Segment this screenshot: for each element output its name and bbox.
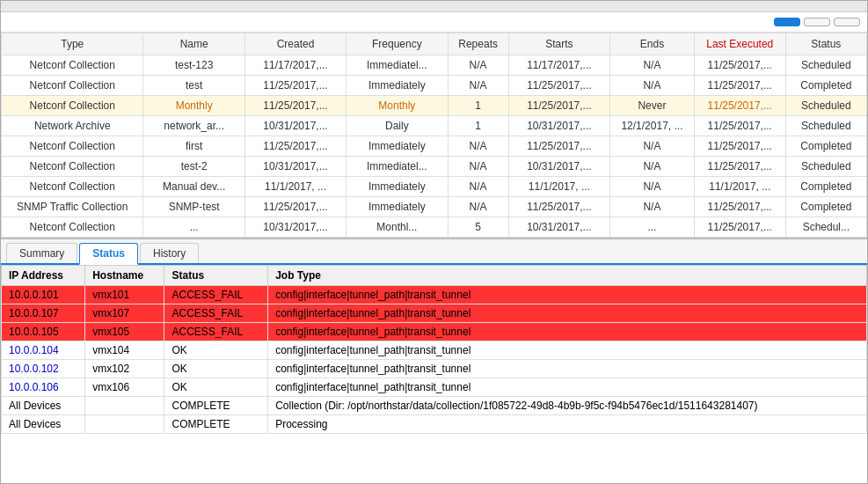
table-cell: Netconf Collection: [2, 76, 143, 96]
tab-history[interactable]: History: [140, 243, 199, 263]
table-cell: 10/31/2017,...: [508, 217, 609, 238]
table-row[interactable]: Network Archivenetwork_ar...10/31/2017,.…: [2, 116, 867, 136]
task-table-container: Type Name Created Frequency Repeats Star…: [1, 33, 867, 239]
status-cell: OK: [164, 341, 268, 360]
table-cell: 11/25/2017,...: [508, 76, 609, 96]
table-cell: N/A: [610, 55, 695, 76]
table-cell: first: [143, 136, 244, 157]
table-cell: Immediatel...: [346, 157, 448, 177]
status-cell: 10.0.0.107: [2, 304, 85, 323]
table-cell: Netconf Collection: [2, 55, 143, 76]
table-cell: 11/25/2017,...: [508, 136, 609, 157]
toolbar: [1, 12, 867, 33]
status-cell: vmx102: [85, 360, 164, 378]
status-cell: vmx104: [85, 341, 164, 360]
table-cell: ...: [143, 217, 244, 238]
table-row[interactable]: Netconf CollectionManual dev...11/1/2017…: [2, 177, 867, 197]
status-cell: config|interface|tunnel_path|transit_tun…: [268, 286, 867, 304]
status-cell: COMPLETE: [164, 397, 268, 415]
table-cell: 11/25/2017,...: [694, 96, 785, 116]
col-header-last-executed: Last Executed: [694, 33, 785, 55]
add-button[interactable]: [774, 18, 800, 26]
status-cell: Processing: [268, 415, 867, 434]
table-cell: N/A: [610, 136, 695, 157]
table-cell: Schedul...: [785, 217, 866, 238]
status-cell: 10.0.0.102: [2, 360, 85, 378]
status-row: 10.0.0.105vmx105ACCESS_FAILconfig|interf…: [2, 323, 867, 341]
table-row[interactable]: Netconf Collection...10/31/2017,...Month…: [2, 217, 867, 238]
table-cell: 11/25/2017,...: [244, 96, 346, 116]
table-cell: Netconf Collection: [2, 96, 143, 116]
task-table: Type Name Created Frequency Repeats Star…: [1, 33, 867, 238]
table-cell: 11/25/2017,...: [244, 76, 346, 96]
col-header-created: Created: [244, 33, 346, 55]
table-cell: Netconf Collection: [2, 157, 143, 177]
table-cell: Completed: [785, 136, 866, 157]
status-table-container: IP AddressHostnameStatusJob Type 10.0.0.…: [1, 265, 867, 483]
status-table: IP AddressHostnameStatusJob Type 10.0.0.…: [1, 265, 867, 434]
table-cell: 10/31/2017,...: [508, 157, 609, 177]
table-cell: Immediatel...: [346, 55, 448, 76]
status-cell: ACCESS_FAIL: [164, 323, 268, 341]
status-row: 10.0.0.106vmx106OKconfig|interface|tunne…: [2, 378, 867, 397]
status-row: 10.0.0.101vmx101ACCESS_FAILconfig|interf…: [2, 286, 867, 304]
status-cell: [85, 397, 164, 415]
status-cell: [85, 415, 164, 434]
table-cell: Completed: [785, 177, 866, 197]
table-cell: 1: [448, 116, 508, 136]
table-row[interactable]: Netconf Collectionfirst11/25/2017,...Imm…: [2, 136, 867, 157]
modify-button[interactable]: [804, 18, 830, 26]
table-cell: 11/25/2017,...: [244, 197, 346, 217]
status-cell: vmx107: [85, 304, 164, 323]
status-row: All DevicesCOMPLETECollection (Dir: /opt…: [2, 397, 867, 415]
table-cell: Monthly: [143, 96, 244, 116]
table-cell: 11/1/2017, ...: [694, 177, 785, 197]
table-cell: N/A: [448, 76, 508, 96]
status-cell: Collection (Dir: /opt/northstar/data/col…: [268, 397, 867, 415]
status-cell: ACCESS_FAIL: [164, 286, 268, 304]
table-cell: 11/25/2017,...: [694, 136, 785, 157]
tab-summary[interactable]: Summary: [6, 243, 77, 263]
status-row: 10.0.0.107vmx107ACCESS_FAILconfig|interf…: [2, 304, 867, 323]
table-cell: Scheduled: [785, 157, 866, 177]
table-cell: test-2: [143, 157, 244, 177]
status-header-row: IP AddressHostnameStatusJob Type: [2, 266, 867, 286]
table-row[interactable]: Netconf Collectiontest11/25/2017,...Imme…: [2, 76, 867, 96]
table-cell: Netconf Collection: [2, 177, 143, 197]
status-cell: OK: [164, 360, 268, 378]
table-cell: N/A: [610, 197, 695, 217]
delete-button[interactable]: [834, 18, 860, 26]
status-cell: config|interface|tunnel_path|transit_tun…: [268, 341, 867, 360]
table-cell: N/A: [610, 157, 695, 177]
table-row[interactable]: Netconf CollectionMonthly11/25/2017,...M…: [2, 96, 867, 116]
table-cell: test: [143, 76, 244, 96]
table-cell: 11/1/2017, ...: [244, 177, 346, 197]
table-cell: SNMP Traffic Collection: [2, 197, 143, 217]
table-cell: test-123: [143, 55, 244, 76]
col-header-name: Name: [143, 33, 244, 55]
table-cell: 1: [448, 96, 508, 116]
table-cell: N/A: [448, 136, 508, 157]
table-cell: Immediately: [346, 197, 448, 217]
table-cell: Manual dev...: [143, 177, 244, 197]
table-cell: SNMP-test: [143, 197, 244, 217]
table-cell: 11/25/2017,...: [694, 116, 785, 136]
tab-bar: SummaryStatusHistory: [1, 239, 867, 265]
table-cell: Scheduled: [785, 55, 866, 76]
table-cell: 11/1/2017, ...: [508, 177, 609, 197]
table-row[interactable]: SNMP Traffic CollectionSNMP-test11/25/20…: [2, 197, 867, 217]
status-cell: config|interface|tunnel_path|transit_tun…: [268, 323, 867, 341]
table-cell: 5: [448, 217, 508, 238]
status-col-header: IP Address: [2, 266, 85, 286]
tab-status[interactable]: Status: [79, 243, 138, 265]
table-row[interactable]: Netconf Collectiontest-12311/17/2017,...…: [2, 55, 867, 76]
col-header-repeats: Repeats: [448, 33, 508, 55]
table-cell: N/A: [610, 76, 695, 96]
table-cell: 10/31/2017,...: [244, 157, 346, 177]
table-cell: network_ar...: [143, 116, 244, 136]
table-cell: Netconf Collection: [2, 217, 143, 238]
status-cell: 10.0.0.104: [2, 341, 85, 360]
table-cell: 11/25/2017,...: [244, 136, 346, 157]
col-header-ends: Ends: [610, 33, 695, 55]
table-row[interactable]: Netconf Collectiontest-210/31/2017,...Im…: [2, 157, 867, 177]
